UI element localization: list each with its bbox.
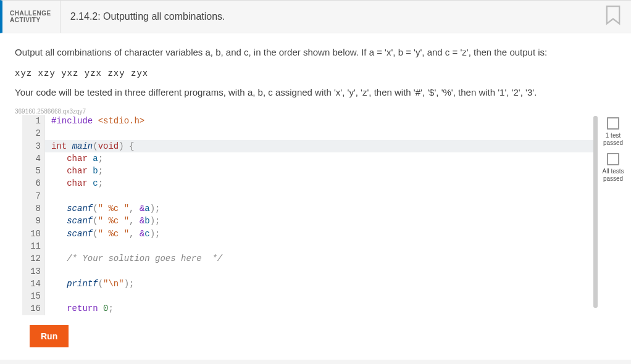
line-number: 10 xyxy=(22,228,45,240)
line-number: 13 xyxy=(22,265,45,278)
line-number: 12 xyxy=(22,252,45,265)
line-number: 1 xyxy=(22,115,45,127)
eyebrow-line2: ACTIVITY xyxy=(10,17,51,23)
challenge-description: Output all combinations of character var… xyxy=(0,33,631,66)
test-status-1: 1 test passed xyxy=(598,132,629,147)
challenge-description-2: Your code will be tested in three differ… xyxy=(0,81,631,109)
line-number: 7 xyxy=(22,190,45,202)
line-number: 15 xyxy=(22,290,45,302)
editor-area: 1#include <stdio.h> 2 3int main(void) { … xyxy=(0,115,631,315)
line-number: 3 xyxy=(22,140,45,152)
run-button[interactable]: Run xyxy=(30,325,69,347)
line-number: 6 xyxy=(22,177,45,189)
line-number: 14 xyxy=(22,278,45,290)
code-editor[interactable]: 1#include <stdio.h> 2 3int main(void) { … xyxy=(22,115,598,315)
test-status-panel: 1 test passed All tests passed xyxy=(598,115,629,186)
line-number: 8 xyxy=(22,202,45,215)
checkbox-icon xyxy=(607,117,619,130)
checkbox-icon xyxy=(607,153,619,165)
challenge-hash: 369160.2586668.qx3zqy7 xyxy=(0,108,631,115)
expected-output: xyz xzy yxz yzx zxy zyx xyxy=(0,66,631,81)
bookmark-icon[interactable] xyxy=(604,6,622,28)
challenge-header: CHALLENGE ACTIVITY 2.14.2: Outputting al… xyxy=(0,0,631,33)
line-number: 2 xyxy=(22,127,45,139)
line-number: 16 xyxy=(22,302,45,315)
line-number: 5 xyxy=(22,165,45,177)
line-number: 9 xyxy=(22,215,45,227)
challenge-eyebrow: CHALLENGE ACTIVITY xyxy=(2,1,61,33)
line-number: 11 xyxy=(22,240,45,252)
test-status-2: All tests passed xyxy=(598,168,629,183)
line-number: 4 xyxy=(22,152,45,165)
challenge-title: 2.14.2: Outputting all combinations. xyxy=(61,1,225,33)
editor-scrollbar[interactable] xyxy=(593,115,598,315)
challenge-card: CHALLENGE ACTIVITY 2.14.2: Outputting al… xyxy=(0,0,631,360)
eyebrow-line1: CHALLENGE xyxy=(10,10,51,17)
actions-row: Run xyxy=(0,315,631,360)
